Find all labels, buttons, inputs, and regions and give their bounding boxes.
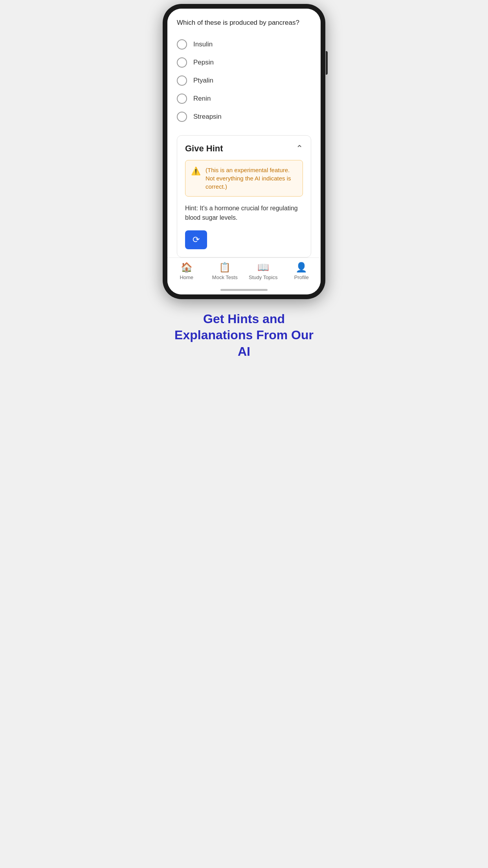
option-streapsin[interactable]: Streapsin bbox=[177, 108, 311, 126]
refresh-icon: ⟳ bbox=[193, 235, 200, 245]
nav-item-profile[interactable]: 👤 Profile bbox=[283, 262, 321, 280]
bottom-nav: 🏠 Home 📋 Mock Tests 📖 Study Topics 👤 Pro… bbox=[167, 257, 321, 286]
radio-insulin[interactable] bbox=[177, 39, 187, 50]
option-label-ptyalin: Ptyalin bbox=[193, 77, 213, 85]
nav-label-mock-tests: Mock Tests bbox=[212, 274, 238, 280]
promo-section: Get Hints and Explanations From Our AI bbox=[163, 299, 325, 372]
hint-text: Hint: It's a hormone crucial for regulat… bbox=[185, 204, 303, 223]
option-insulin[interactable]: Insulin bbox=[177, 35, 311, 53]
option-renin[interactable]: Renin bbox=[177, 90, 311, 108]
phone-screen: Which of these is produced by pancreas? … bbox=[167, 9, 321, 294]
nav-label-profile: Profile bbox=[294, 274, 309, 280]
refresh-hint-button[interactable]: ⟳ bbox=[185, 230, 207, 249]
option-label-insulin: Insulin bbox=[193, 40, 213, 48]
option-label-streapsin: Streapsin bbox=[193, 113, 222, 121]
question-text: Which of these is produced by pancreas? bbox=[177, 18, 311, 28]
option-label-renin: Renin bbox=[193, 95, 211, 103]
warning-banner: ⚠️ (This is an experimental feature. Not… bbox=[185, 160, 303, 197]
home-icon: 🏠 bbox=[181, 262, 193, 273]
nav-label-home: Home bbox=[180, 274, 193, 280]
chevron-up-icon[interactable]: ⌃ bbox=[296, 143, 303, 154]
page-wrapper: Which of these is produced by pancreas? … bbox=[163, 0, 325, 372]
hint-card-header: Give Hint ⌃ bbox=[185, 143, 303, 154]
nav-label-study-topics: Study Topics bbox=[249, 274, 277, 280]
home-bar bbox=[220, 289, 268, 291]
radio-ptyalin[interactable] bbox=[177, 75, 187, 86]
option-ptyalin[interactable]: Ptyalin bbox=[177, 72, 311, 90]
warning-triangle-icon: ⚠️ bbox=[191, 166, 201, 176]
radio-pepsin[interactable] bbox=[177, 57, 187, 68]
screen-content: Which of these is produced by pancreas? … bbox=[167, 9, 321, 257]
profile-icon: 👤 bbox=[295, 262, 307, 273]
nav-item-home[interactable]: 🏠 Home bbox=[167, 262, 206, 280]
hint-card: Give Hint ⌃ ⚠️ (This is an experimental … bbox=[177, 135, 311, 257]
option-label-pepsin: Pepsin bbox=[193, 59, 214, 66]
nav-item-study-topics[interactable]: 📖 Study Topics bbox=[244, 262, 283, 280]
nav-item-mock-tests[interactable]: 📋 Mock Tests bbox=[206, 262, 244, 280]
study-topics-icon: 📖 bbox=[257, 262, 269, 273]
hint-card-title: Give Hint bbox=[185, 143, 223, 154]
mock-tests-icon: 📋 bbox=[219, 262, 231, 273]
radio-renin[interactable] bbox=[177, 94, 187, 104]
option-pepsin[interactable]: Pepsin bbox=[177, 53, 311, 72]
warning-text: (This is an experimental feature. Not ev… bbox=[205, 166, 297, 191]
home-indicator bbox=[167, 286, 321, 294]
phone-frame: Which of these is produced by pancreas? … bbox=[163, 4, 325, 299]
options-list: Insulin Pepsin Ptyalin Renin bbox=[177, 35, 311, 126]
radio-streapsin[interactable] bbox=[177, 112, 187, 122]
promo-title: Get Hints and Explanations From Our AI bbox=[172, 311, 316, 360]
